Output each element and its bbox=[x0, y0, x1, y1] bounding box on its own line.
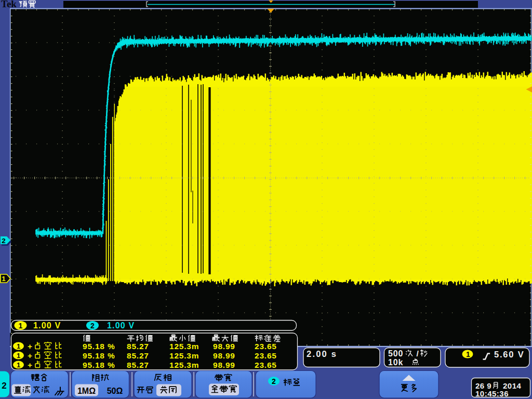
svg-text:95.18 %: 95.18 % bbox=[83, 342, 115, 351]
svg-text:1: 1 bbox=[17, 361, 20, 369]
svg-text:2: 2 bbox=[2, 237, 6, 245]
svg-text:1MΩ: 1MΩ bbox=[77, 387, 96, 395]
svg-text:+: + bbox=[28, 351, 32, 360]
svg-text:85.27: 85.27 bbox=[127, 351, 149, 360]
svg-text:10k: 10k bbox=[388, 358, 403, 367]
svg-text:85.27: 85.27 bbox=[127, 342, 149, 351]
svg-text:500: 500 bbox=[388, 349, 403, 358]
svg-text:1.00 V: 1.00 V bbox=[107, 321, 135, 330]
svg-text:23.65: 23.65 bbox=[255, 361, 277, 369]
svg-text:+: + bbox=[28, 361, 32, 369]
svg-text:2: 2 bbox=[2, 381, 6, 391]
svg-text:95.18 %: 95.18 % bbox=[83, 351, 115, 360]
svg-text:10:45:36: 10:45:36 bbox=[475, 389, 509, 398]
svg-text:1: 1 bbox=[17, 342, 20, 350]
svg-text:2: 2 bbox=[90, 322, 95, 330]
svg-text:1: 1 bbox=[17, 352, 20, 360]
svg-text:23.65: 23.65 bbox=[255, 342, 277, 351]
svg-text:98.99: 98.99 bbox=[213, 361, 235, 369]
svg-text:50Ω: 50Ω bbox=[107, 387, 123, 395]
svg-text:23.65: 23.65 bbox=[255, 351, 277, 360]
svg-text:98.99: 98.99 bbox=[213, 342, 235, 351]
svg-text:1: 1 bbox=[2, 275, 6, 283]
svg-text:5.60 V: 5.60 V bbox=[494, 350, 525, 359]
svg-text:98.99: 98.99 bbox=[213, 351, 235, 360]
svg-text:125.3m: 125.3m bbox=[169, 361, 199, 369]
svg-text:1.00 V: 1.00 V bbox=[33, 321, 61, 330]
svg-text:+: + bbox=[28, 342, 32, 351]
svg-text:2.00 s: 2.00 s bbox=[307, 349, 337, 358]
svg-text:2: 2 bbox=[272, 377, 276, 385]
svg-text:1: 1 bbox=[466, 350, 470, 358]
svg-text:95.18 %: 95.18 % bbox=[83, 361, 115, 369]
svg-text:125.3m: 125.3m bbox=[169, 342, 199, 351]
svg-text:Tek: Tek bbox=[1, 0, 17, 9]
svg-text:/: / bbox=[417, 349, 419, 358]
svg-text:85.27: 85.27 bbox=[127, 361, 149, 369]
svg-text:125.3m: 125.3m bbox=[169, 351, 199, 360]
svg-text:1: 1 bbox=[19, 322, 23, 330]
